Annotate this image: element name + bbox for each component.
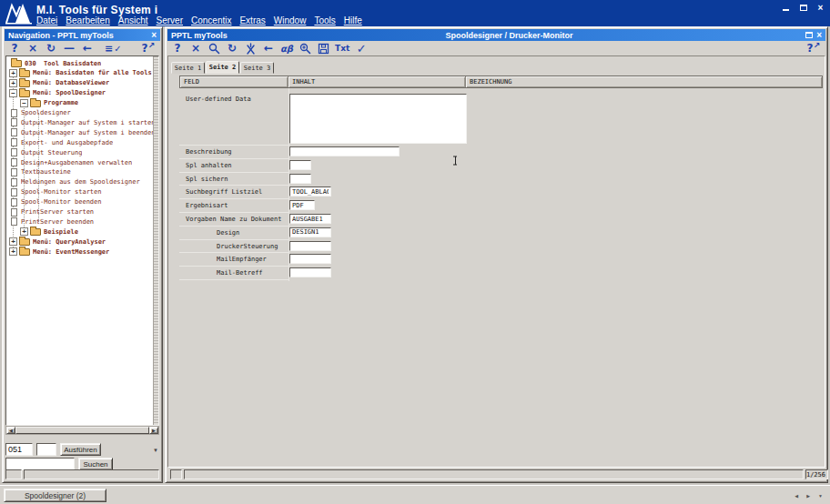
tree-item[interactable]: − Menü: SpoolDesigner <box>6 88 153 98</box>
taskbar-down-icon[interactable]: ▼ <box>818 493 823 499</box>
menu-window[interactable]: Window <box>274 15 307 25</box>
tree-item[interactable]: + Menü: EventMessenger <box>6 247 153 257</box>
menu-hilfe[interactable]: Hilfe <box>344 15 362 25</box>
tree-item[interactable]: Design+Ausgabenamen verwalten <box>6 157 153 167</box>
field-input-4[interactable] <box>289 186 331 197</box>
field-input-8[interactable] <box>289 241 331 251</box>
doc-icon <box>11 217 17 226</box>
minimize-icon[interactable] <box>780 3 792 13</box>
expand-box-icon[interactable]: − <box>20 99 28 107</box>
tree-item[interactable]: Meldungen aus dem Spooldesigner <box>6 177 153 187</box>
back-icon[interactable]: ← <box>262 42 275 55</box>
tab-seite-3[interactable]: Seite 3 <box>240 62 274 74</box>
command-param-input[interactable] <box>36 443 56 456</box>
tree-item[interactable]: Output Steuerung <box>6 147 153 157</box>
tree-item[interactable]: − Programme <box>6 98 153 108</box>
tree-item[interactable]: Export- und Ausgabepfade <box>6 137 153 147</box>
minus-icon[interactable]: — <box>63 42 76 55</box>
column-header-row: FELDINHALTBEZEICHNUNG <box>179 76 823 88</box>
tree-item[interactable]: + Menü: Basisdaten für alle Tools <box>6 68 153 78</box>
dropdown-arrow-icon[interactable]: ▼ <box>153 448 158 453</box>
panel-close-icon[interactable]: × <box>151 31 157 39</box>
tree-item[interactable]: Spooldesigner <box>6 108 153 118</box>
tab-seite-2[interactable]: Seite 2 <box>206 61 239 74</box>
alpha-beta-icon[interactable]: αβ <box>280 42 293 55</box>
row-separator <box>179 279 288 280</box>
tab-seite-1[interactable]: Seite 1 <box>171 62 205 74</box>
tree-item[interactable]: + Menü: QueryAnalyser <box>6 237 153 247</box>
field-input-6[interactable] <box>289 214 331 224</box>
cut-icon[interactable] <box>244 42 257 55</box>
tree-item[interactable]: + Menü: DatabaseViewer <box>6 78 153 88</box>
doc-icon <box>11 208 17 217</box>
close-icon[interactable]: × <box>26 42 39 55</box>
expand-box-icon[interactable]: + <box>9 237 17 246</box>
tree-item[interactable]: + Beispiele <box>6 227 153 237</box>
folder-icon <box>19 90 30 97</box>
expand-box-icon[interactable]: + <box>9 247 17 256</box>
taskbar-button[interactable]: Spooldesigner (2) <box>4 489 106 502</box>
tree-item[interactable]: Spool-Monitor beenden <box>6 197 153 207</box>
expand-box-icon[interactable]: + <box>9 79 17 87</box>
menu-tools[interactable]: Tools <box>314 15 335 25</box>
context-help-icon[interactable]: ?↗ <box>806 42 820 55</box>
work-titlebar: PPTL myTools Spooldesigner / Drucker-Mon… <box>167 29 825 41</box>
menu-concentix[interactable]: Concentix <box>191 15 231 25</box>
menu-extras[interactable]: Extras <box>239 15 265 25</box>
horizontal-scrollbar[interactable]: ◀ ▶ <box>5 426 159 435</box>
scroll-right-icon[interactable]: ▶ <box>149 427 158 434</box>
tree-item[interactable]: Output-Manager auf System i beenden <box>6 127 153 137</box>
search-icon[interactable] <box>208 42 220 55</box>
zoom-in-icon[interactable] <box>299 42 311 55</box>
expand-box-icon[interactable]: + <box>9 69 17 77</box>
scroll-left-icon[interactable]: ◀ <box>6 427 15 434</box>
tree-item[interactable]: 030 Tool Basisdaten <box>6 58 153 68</box>
folder-icon <box>11 60 22 67</box>
tree-item[interactable]: Spool-Monitor starten <box>6 187 153 197</box>
list-check-icon[interactable]: ≡✓ <box>105 42 122 55</box>
field-input-0[interactable] <box>289 94 467 144</box>
field-input-5[interactable] <box>289 200 315 210</box>
close-icon[interactable]: × <box>815 3 826 13</box>
tree-item[interactable]: PrintServer starten <box>6 207 153 217</box>
scrollbar-thumb[interactable] <box>15 427 149 434</box>
field-label: Suchbegriff Listziel <box>186 188 262 196</box>
tree-item[interactable]: Textbausteine <box>6 167 153 177</box>
taskbar-left-icon[interactable]: ◀ <box>795 493 798 499</box>
expand-box-icon[interactable]: − <box>9 89 17 97</box>
close-icon[interactable]: × <box>189 42 202 55</box>
field-input-9[interactable] <box>289 254 331 264</box>
run-button[interactable]: Ausführen <box>60 443 101 456</box>
menu-ansicht[interactable]: Ansicht <box>118 15 148 25</box>
tree-item[interactable]: Output-Manager auf System i starten <box>6 117 153 127</box>
maximize-icon[interactable] <box>797 3 809 13</box>
help-icon[interactable]: ? <box>171 42 184 55</box>
context-help-icon[interactable]: ?↗ <box>141 42 155 55</box>
field-input-3[interactable] <box>289 174 311 184</box>
txt-icon[interactable]: Txt <box>335 42 349 55</box>
search-button[interactable]: Suchen <box>78 458 113 470</box>
menu-server[interactable]: Server <box>157 15 183 25</box>
field-input-2[interactable] <box>289 160 311 170</box>
vertical-scrollbar[interactable] <box>153 56 158 425</box>
search-input[interactable] <box>5 458 75 470</box>
check-icon[interactable]: ✓ <box>355 42 368 55</box>
status-cell <box>24 469 159 479</box>
menu-bearbeiten[interactable]: Bearbeiten <box>66 15 109 25</box>
refresh-icon[interactable]: ↻ <box>45 42 57 55</box>
help-icon[interactable]: ? <box>8 42 21 55</box>
float-window-icon[interactable] <box>805 32 813 38</box>
save-icon[interactable] <box>317 42 329 55</box>
tree-item[interactable]: PrintServer beenden <box>6 217 153 227</box>
panel-close-icon[interactable]: × <box>816 30 822 40</box>
refresh-icon[interactable]: ↻ <box>226 42 238 55</box>
command-code-input[interactable] <box>5 443 33 456</box>
folder-icon <box>19 238 30 246</box>
menu-datei[interactable]: Datei <box>36 15 57 25</box>
taskbar-right-icon[interactable]: ▶ <box>806 493 810 499</box>
back-icon[interactable]: ← <box>81 42 94 55</box>
expand-box-icon[interactable]: + <box>20 227 28 236</box>
field-input-1[interactable] <box>289 146 400 156</box>
field-input-7[interactable] <box>289 227 331 237</box>
field-input-10[interactable] <box>289 267 331 277</box>
